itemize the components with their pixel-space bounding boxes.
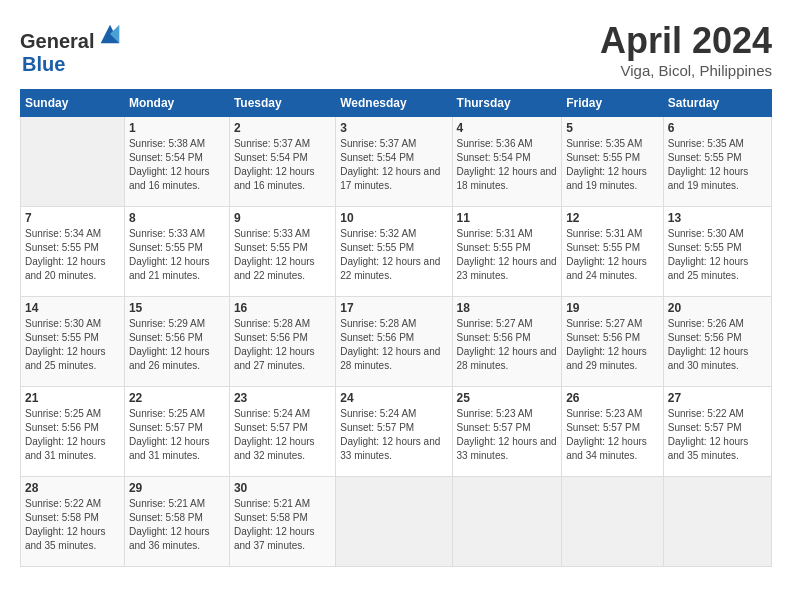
day-info: Sunrise: 5:31 AMSunset: 5:55 PMDaylight:… xyxy=(566,227,659,283)
day-cell xyxy=(336,477,452,567)
day-cell: 28Sunrise: 5:22 AMSunset: 5:58 PMDayligh… xyxy=(21,477,125,567)
day-info: Sunrise: 5:23 AMSunset: 5:57 PMDaylight:… xyxy=(457,407,558,463)
day-number: 26 xyxy=(566,391,659,405)
day-info: Sunrise: 5:24 AMSunset: 5:57 PMDaylight:… xyxy=(234,407,331,463)
day-cell: 10Sunrise: 5:32 AMSunset: 5:55 PMDayligh… xyxy=(336,207,452,297)
logo-text: General Blue xyxy=(20,20,124,76)
day-cell xyxy=(452,477,562,567)
day-cell: 5Sunrise: 5:35 AMSunset: 5:55 PMDaylight… xyxy=(562,117,664,207)
day-number: 15 xyxy=(129,301,225,315)
day-cell: 12Sunrise: 5:31 AMSunset: 5:55 PMDayligh… xyxy=(562,207,664,297)
day-info: Sunrise: 5:32 AMSunset: 5:55 PMDaylight:… xyxy=(340,227,447,283)
day-cell: 21Sunrise: 5:25 AMSunset: 5:56 PMDayligh… xyxy=(21,387,125,477)
day-info: Sunrise: 5:23 AMSunset: 5:57 PMDaylight:… xyxy=(566,407,659,463)
day-info: Sunrise: 5:35 AMSunset: 5:55 PMDaylight:… xyxy=(566,137,659,193)
day-cell: 13Sunrise: 5:30 AMSunset: 5:55 PMDayligh… xyxy=(663,207,771,297)
day-cell: 25Sunrise: 5:23 AMSunset: 5:57 PMDayligh… xyxy=(452,387,562,477)
day-info: Sunrise: 5:33 AMSunset: 5:55 PMDaylight:… xyxy=(234,227,331,283)
day-info: Sunrise: 5:38 AMSunset: 5:54 PMDaylight:… xyxy=(129,137,225,193)
day-info: Sunrise: 5:25 AMSunset: 5:56 PMDaylight:… xyxy=(25,407,120,463)
day-cell: 22Sunrise: 5:25 AMSunset: 5:57 PMDayligh… xyxy=(124,387,229,477)
day-cell: 24Sunrise: 5:24 AMSunset: 5:57 PMDayligh… xyxy=(336,387,452,477)
day-number: 29 xyxy=(129,481,225,495)
day-info: Sunrise: 5:24 AMSunset: 5:57 PMDaylight:… xyxy=(340,407,447,463)
day-header-saturday: Saturday xyxy=(663,90,771,117)
day-header-sunday: Sunday xyxy=(21,90,125,117)
day-number: 30 xyxy=(234,481,331,495)
day-cell: 18Sunrise: 5:27 AMSunset: 5:56 PMDayligh… xyxy=(452,297,562,387)
day-info: Sunrise: 5:33 AMSunset: 5:55 PMDaylight:… xyxy=(129,227,225,283)
day-number: 13 xyxy=(668,211,767,225)
logo-general: General xyxy=(20,30,94,52)
day-number: 8 xyxy=(129,211,225,225)
day-cell: 3Sunrise: 5:37 AMSunset: 5:54 PMDaylight… xyxy=(336,117,452,207)
day-cell: 9Sunrise: 5:33 AMSunset: 5:55 PMDaylight… xyxy=(229,207,335,297)
day-info: Sunrise: 5:29 AMSunset: 5:56 PMDaylight:… xyxy=(129,317,225,373)
day-number: 11 xyxy=(457,211,558,225)
week-row-2: 7Sunrise: 5:34 AMSunset: 5:55 PMDaylight… xyxy=(21,207,772,297)
day-number: 23 xyxy=(234,391,331,405)
day-number: 5 xyxy=(566,121,659,135)
day-number: 17 xyxy=(340,301,447,315)
day-cell: 7Sunrise: 5:34 AMSunset: 5:55 PMDaylight… xyxy=(21,207,125,297)
day-cell: 27Sunrise: 5:22 AMSunset: 5:57 PMDayligh… xyxy=(663,387,771,477)
day-info: Sunrise: 5:28 AMSunset: 5:56 PMDaylight:… xyxy=(234,317,331,373)
logo-blue: Blue xyxy=(22,53,65,75)
day-number: 27 xyxy=(668,391,767,405)
day-number: 4 xyxy=(457,121,558,135)
day-info: Sunrise: 5:28 AMSunset: 5:56 PMDaylight:… xyxy=(340,317,447,373)
day-number: 6 xyxy=(668,121,767,135)
day-info: Sunrise: 5:22 AMSunset: 5:58 PMDaylight:… xyxy=(25,497,120,553)
week-row-3: 14Sunrise: 5:30 AMSunset: 5:55 PMDayligh… xyxy=(21,297,772,387)
day-info: Sunrise: 5:37 AMSunset: 5:54 PMDaylight:… xyxy=(234,137,331,193)
day-info: Sunrise: 5:27 AMSunset: 5:56 PMDaylight:… xyxy=(566,317,659,373)
day-cell: 11Sunrise: 5:31 AMSunset: 5:55 PMDayligh… xyxy=(452,207,562,297)
day-number: 28 xyxy=(25,481,120,495)
day-info: Sunrise: 5:30 AMSunset: 5:55 PMDaylight:… xyxy=(668,227,767,283)
day-cell: 14Sunrise: 5:30 AMSunset: 5:55 PMDayligh… xyxy=(21,297,125,387)
week-row-4: 21Sunrise: 5:25 AMSunset: 5:56 PMDayligh… xyxy=(21,387,772,477)
day-info: Sunrise: 5:25 AMSunset: 5:57 PMDaylight:… xyxy=(129,407,225,463)
day-number: 20 xyxy=(668,301,767,315)
day-info: Sunrise: 5:22 AMSunset: 5:57 PMDaylight:… xyxy=(668,407,767,463)
day-info: Sunrise: 5:27 AMSunset: 5:56 PMDaylight:… xyxy=(457,317,558,373)
day-info: Sunrise: 5:26 AMSunset: 5:56 PMDaylight:… xyxy=(668,317,767,373)
day-number: 16 xyxy=(234,301,331,315)
day-header-thursday: Thursday xyxy=(452,90,562,117)
day-number: 22 xyxy=(129,391,225,405)
day-info: Sunrise: 5:21 AMSunset: 5:58 PMDaylight:… xyxy=(234,497,331,553)
day-number: 21 xyxy=(25,391,120,405)
day-number: 12 xyxy=(566,211,659,225)
day-number: 7 xyxy=(25,211,120,225)
day-number: 9 xyxy=(234,211,331,225)
day-number: 25 xyxy=(457,391,558,405)
location: Viga, Bicol, Philippines xyxy=(600,62,772,79)
day-info: Sunrise: 5:21 AMSunset: 5:58 PMDaylight:… xyxy=(129,497,225,553)
day-number: 2 xyxy=(234,121,331,135)
day-cell xyxy=(562,477,664,567)
day-header-wednesday: Wednesday xyxy=(336,90,452,117)
day-info: Sunrise: 5:34 AMSunset: 5:55 PMDaylight:… xyxy=(25,227,120,283)
title-block: April 2024 Viga, Bicol, Philippines xyxy=(600,20,772,79)
day-info: Sunrise: 5:31 AMSunset: 5:55 PMDaylight:… xyxy=(457,227,558,283)
day-cell: 29Sunrise: 5:21 AMSunset: 5:58 PMDayligh… xyxy=(124,477,229,567)
page-header: General Blue April 2024 Viga, Bicol, Phi… xyxy=(20,20,772,79)
day-cell: 19Sunrise: 5:27 AMSunset: 5:56 PMDayligh… xyxy=(562,297,664,387)
day-cell: 15Sunrise: 5:29 AMSunset: 5:56 PMDayligh… xyxy=(124,297,229,387)
day-info: Sunrise: 5:30 AMSunset: 5:55 PMDaylight:… xyxy=(25,317,120,373)
day-cell: 16Sunrise: 5:28 AMSunset: 5:56 PMDayligh… xyxy=(229,297,335,387)
day-cell xyxy=(663,477,771,567)
day-number: 19 xyxy=(566,301,659,315)
day-cell: 20Sunrise: 5:26 AMSunset: 5:56 PMDayligh… xyxy=(663,297,771,387)
day-cell: 26Sunrise: 5:23 AMSunset: 5:57 PMDayligh… xyxy=(562,387,664,477)
header-row: SundayMondayTuesdayWednesdayThursdayFrid… xyxy=(21,90,772,117)
day-header-friday: Friday xyxy=(562,90,664,117)
day-info: Sunrise: 5:37 AMSunset: 5:54 PMDaylight:… xyxy=(340,137,447,193)
day-cell: 30Sunrise: 5:21 AMSunset: 5:58 PMDayligh… xyxy=(229,477,335,567)
day-cell: 1Sunrise: 5:38 AMSunset: 5:54 PMDaylight… xyxy=(124,117,229,207)
day-cell: 8Sunrise: 5:33 AMSunset: 5:55 PMDaylight… xyxy=(124,207,229,297)
day-cell: 6Sunrise: 5:35 AMSunset: 5:55 PMDaylight… xyxy=(663,117,771,207)
day-header-tuesday: Tuesday xyxy=(229,90,335,117)
day-number: 18 xyxy=(457,301,558,315)
day-header-monday: Monday xyxy=(124,90,229,117)
